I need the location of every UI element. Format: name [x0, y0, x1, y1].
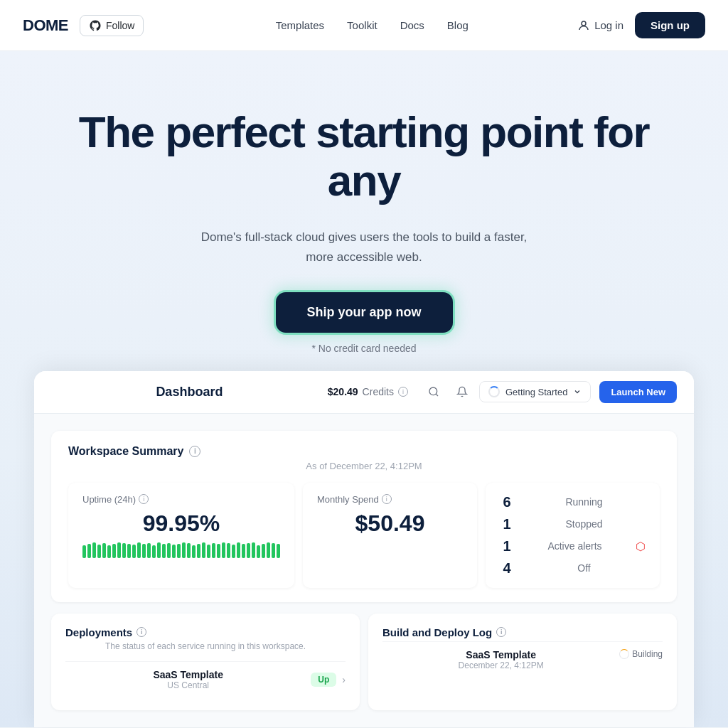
uptime-bar-segment: [117, 542, 121, 558]
workspace-info-icon[interactable]: i: [189, 446, 200, 457]
chevron-down-icon: [573, 387, 582, 396]
alerts-count: 1: [500, 538, 514, 555]
dashboard-title: Dashboard: [51, 385, 328, 400]
build-time: December 22, 4:12PM: [382, 660, 619, 670]
nav-links: Templates Toolkit Docs Blog: [166, 19, 577, 31]
dashboard-topbar: Dashboard $20.49 Credits i Getting Start…: [34, 371, 694, 414]
services-stats: 6 Running 1 Stopped 1 Active alerts ⬡: [500, 494, 646, 577]
uptime-bar-segment: [147, 543, 151, 558]
uptime-bar-segment: [267, 542, 270, 558]
uptime-bar-segment: [272, 543, 275, 558]
hero-title: The perfect starting point for any: [44, 108, 684, 205]
user-icon: [577, 19, 590, 32]
running-stat: 6 Running: [500, 494, 646, 510]
spend-info-icon[interactable]: i: [382, 494, 392, 504]
uptime-bar-segment: [252, 542, 255, 558]
off-count: 4: [500, 560, 514, 577]
login-label: Log in: [594, 19, 623, 31]
build-log-info-icon[interactable]: i: [496, 627, 506, 637]
uptime-bar-segment: [197, 544, 200, 558]
svg-point-0: [582, 21, 586, 26]
launch-new-button[interactable]: Launch New: [599, 381, 677, 403]
github-follow-button[interactable]: Follow: [80, 15, 144, 36]
nav-actions: Log in Sign up: [577, 12, 705, 38]
workspace-summary-title: Workspace Summary i: [68, 445, 660, 458]
uptime-bar-segment: [97, 545, 101, 558]
uptime-bars: [82, 542, 280, 558]
uptime-bar-segment: [262, 544, 265, 558]
uptime-bar-segment: [157, 542, 161, 558]
spend-label: Monthly Spend i: [317, 494, 463, 505]
uptime-bar-segment: [212, 543, 215, 558]
deployment-row: SaaS Template US Central Up ›: [65, 661, 346, 697]
build-log-card: Build and Deploy Log i SaaS Template Dec…: [368, 614, 677, 710]
build-info: SaaS Template December 22, 4:12PM: [382, 649, 619, 670]
nav-templates[interactable]: Templates: [276, 19, 324, 31]
no-credit-card-notice: * No credit card needed: [311, 343, 416, 354]
login-button[interactable]: Log in: [577, 19, 623, 32]
uptime-bar-segment: [127, 544, 131, 558]
uptime-bar-segment: [152, 545, 156, 558]
search-button[interactable]: [422, 380, 445, 403]
uptime-bar-segment: [187, 543, 191, 558]
deployments-card: Deployments i The status of each service…: [51, 614, 360, 710]
uptime-bar-segment: [222, 542, 225, 558]
uptime-bar-segment: [177, 544, 181, 558]
uptime-bar-segment: [217, 544, 220, 558]
hero-cta-wrapper: Ship your app now * No credit card neede…: [23, 292, 705, 354]
uptime-block: Uptime (24h) i 99.95%: [68, 483, 294, 588]
uptime-bar-segment: [162, 544, 166, 558]
getting-started-label: Getting Started: [505, 387, 567, 397]
bottom-cards-row: Deployments i The status of each service…: [51, 614, 677, 710]
signup-button[interactable]: Sign up: [635, 12, 705, 38]
build-log-title: Build and Deploy Log i: [382, 626, 663, 638]
uptime-bar-segment: [192, 545, 196, 558]
uptime-bar-segment: [167, 543, 171, 558]
uptime-bar-segment: [137, 542, 141, 558]
deployment-name: SaaS Template: [65, 669, 311, 680]
nav-blog[interactable]: Blog: [447, 19, 469, 31]
uptime-bar-segment: [232, 545, 235, 558]
alert-warning-icon: ⬡: [636, 540, 646, 553]
deployment-chevron-icon[interactable]: ›: [342, 674, 346, 685]
uptime-bar-segment: [257, 545, 260, 558]
uptime-bar-segment: [242, 544, 245, 558]
search-icon: [428, 386, 439, 397]
deployment-info: SaaS Template US Central: [65, 669, 311, 690]
credits-amount: $20.49: [328, 386, 358, 397]
uptime-bar-segment: [237, 542, 240, 558]
getting-started-button[interactable]: Getting Started: [479, 381, 591, 402]
uptime-bar-segment: [277, 544, 280, 558]
credits-info-icon[interactable]: i: [398, 387, 408, 397]
credits-label: Credits: [363, 386, 394, 397]
nav-toolkit[interactable]: Toolkit: [347, 19, 378, 31]
uptime-bar-segment: [122, 543, 126, 558]
github-icon: [89, 19, 102, 32]
uptime-value: 99.95%: [82, 510, 280, 537]
build-name: SaaS Template: [382, 649, 619, 660]
build-status-label: Building: [632, 649, 663, 659]
uptime-bar-segment: [142, 544, 146, 558]
ship-app-button[interactable]: Ship your app now: [276, 292, 453, 333]
uptime-bar-segment: [182, 542, 186, 558]
stopped-label: Stopped: [523, 518, 646, 530]
off-label: Off: [523, 562, 646, 574]
svg-line-2: [436, 394, 438, 396]
nav-docs[interactable]: Docs: [400, 19, 424, 31]
stopped-count: 1: [500, 516, 514, 532]
uptime-info-icon[interactable]: i: [139, 494, 149, 504]
follow-label: Follow: [106, 20, 134, 31]
notifications-button[interactable]: [451, 380, 473, 403]
running-count: 6: [500, 494, 514, 510]
uptime-bar-segment: [227, 543, 230, 558]
uptime-bar-segment: [87, 544, 91, 558]
build-log-row: SaaS Template December 22, 4:12PM Buildi…: [382, 641, 663, 678]
deployments-info-icon[interactable]: i: [136, 627, 146, 637]
services-block: 6 Running 1 Stopped 1 Active alerts ⬡: [486, 483, 660, 588]
off-stat: 4 Off: [500, 560, 646, 577]
uptime-bar-segment: [247, 543, 250, 558]
bell-icon: [456, 386, 468, 397]
uptime-bar-segment: [102, 543, 106, 558]
workspace-summary-card: Workspace Summary i As of December 22, 4…: [51, 431, 677, 602]
dashboard-content: Workspace Summary i As of December 22, 4…: [34, 414, 694, 727]
